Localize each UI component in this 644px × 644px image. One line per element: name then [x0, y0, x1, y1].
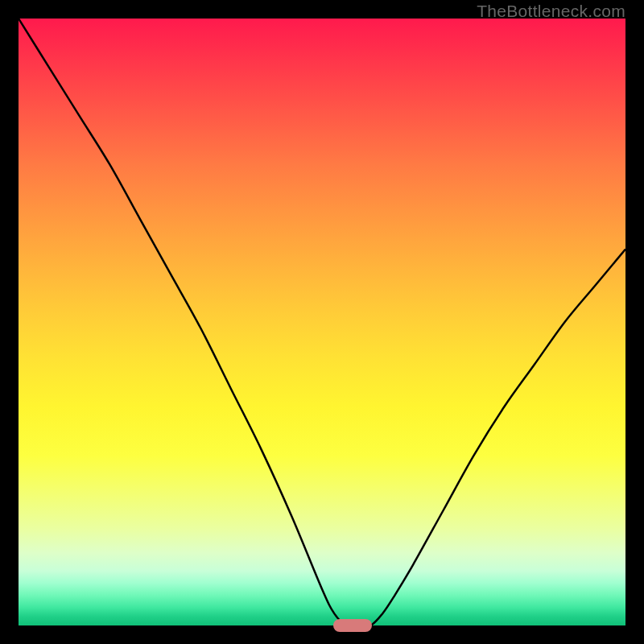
- chart-frame: TheBottleneck.com: [0, 0, 644, 644]
- optimum-marker: [333, 619, 372, 632]
- watermark-text: TheBottleneck.com: [477, 2, 625, 21]
- chart-background-gradient: [19, 19, 625, 625]
